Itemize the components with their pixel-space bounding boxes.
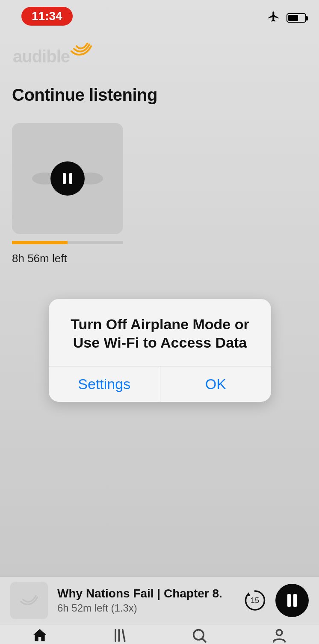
logo-text: audible [13, 47, 70, 66]
book-progress-fill [12, 241, 68, 244]
book-time-left: 8h 56m left [12, 252, 123, 265]
status-icons [267, 10, 306, 26]
mini-player-title: Why Nations Fail | Chapter 8. [57, 587, 242, 600]
airplane-mode-icon [267, 10, 281, 26]
bottom-nav [0, 624, 319, 644]
alert-title: Turn Off Airplane Mode or Use Wi-Fi to A… [49, 299, 271, 366]
alert-settings-button[interactable]: Settings [49, 366, 160, 402]
battery-icon [287, 13, 306, 23]
status-bar: 11:34 [0, 0, 319, 30]
section-title: Continue listening [12, 85, 157, 105]
nav-discover-icon[interactable] [191, 627, 208, 644]
svg-text:15: 15 [251, 596, 259, 605]
mini-player-pause-button[interactable] [275, 584, 309, 617]
book-cover[interactable] [12, 123, 123, 234]
mini-player-text[interactable]: Why Nations Fail | Chapter 8. 6h 52m lef… [57, 587, 242, 614]
nav-profile-icon[interactable] [271, 627, 288, 644]
cover-art-icon [40, 151, 95, 206]
status-time-pill[interactable]: 11:34 [21, 7, 73, 26]
nav-home-icon[interactable] [31, 627, 48, 644]
battery-fill [288, 15, 298, 21]
audible-logo: audible [13, 43, 92, 70]
book-progress-bar [12, 241, 123, 244]
mini-player[interactable]: Why Nations Fail | Chapter 8. 6h 52m lef… [0, 577, 319, 624]
mini-player-cover[interactable] [10, 582, 48, 619]
mini-player-subtitle: 6h 52m left (1.3x) [57, 602, 242, 614]
nav-library-icon[interactable] [111, 627, 128, 644]
svg-line-2 [202, 638, 206, 642]
airplane-mode-alert: Turn Off Airplane Mode or Use Wi-Fi to A… [49, 299, 271, 402]
svg-point-3 [276, 630, 282, 635]
rewind-15-button[interactable]: 15 [242, 588, 268, 613]
continue-listening-card[interactable]: 8h 56m left [12, 123, 123, 265]
pause-overlay-icon[interactable] [50, 161, 85, 196]
alert-buttons: Settings OK [49, 366, 271, 402]
logo-swoosh-icon [71, 43, 92, 59]
screen: 11:34 audible Continue listening [0, 0, 319, 644]
alert-ok-button[interactable]: OK [160, 366, 272, 402]
